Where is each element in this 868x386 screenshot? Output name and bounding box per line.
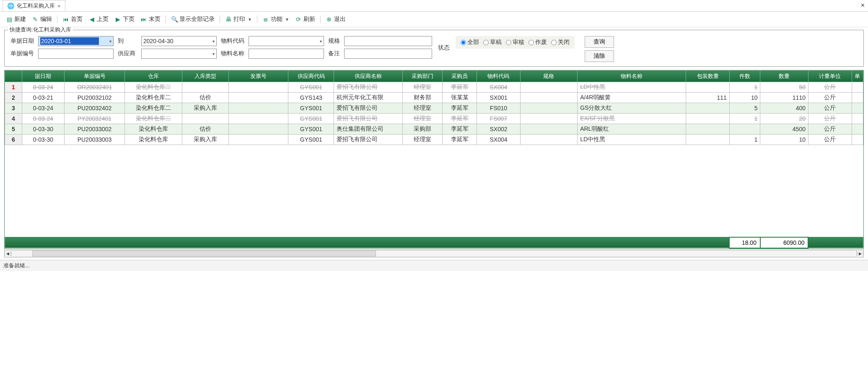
- grid-cell[interactable]: 张某某: [443, 93, 477, 103]
- grid-cell[interactable]: 奥仕集团有限公司: [334, 124, 403, 135]
- show-all-button[interactable]: 🔍显示全部记录: [168, 14, 217, 24]
- grid-cell[interactable]: [520, 124, 577, 135]
- grid-cell[interactable]: FS007: [477, 114, 521, 124]
- grid-header-cell[interactable]: 物料名称: [578, 71, 686, 82]
- grid-cell[interactable]: EX/SF分散黑: [578, 114, 686, 124]
- grid-header-cell[interactable]: 件数: [729, 71, 760, 82]
- table-row[interactable]: 50-03-30PU20033002染化料仓库估价GYS001奥仕集团有限公司采…: [5, 124, 863, 135]
- grid-cell[interactable]: 爱招飞有限公司: [334, 103, 403, 114]
- grid-cell[interactable]: [229, 124, 288, 135]
- grid-cell[interactable]: SX002: [477, 124, 521, 135]
- prev-page-button[interactable]: ◀上页: [86, 14, 111, 24]
- grid-cell[interactable]: 爱招飞有限公司: [334, 82, 403, 93]
- row-number[interactable]: 6: [5, 135, 22, 145]
- exit-button[interactable]: ⊗退出: [323, 14, 348, 24]
- grid-cell[interactable]: 0-03-21: [22, 93, 64, 103]
- radio-draft[interactable]: 草稿: [483, 39, 502, 46]
- grid-cell[interactable]: 采购部: [402, 124, 442, 135]
- grid-cell[interactable]: [229, 93, 288, 103]
- grid-cell[interactable]: 1: [729, 114, 760, 124]
- grid-header-cell[interactable]: 采购部门: [402, 71, 442, 82]
- grid-cell[interactable]: [182, 82, 229, 93]
- mat-name-input[interactable]: [249, 49, 324, 59]
- grid-cell[interactable]: 染化料仓库二: [125, 114, 182, 124]
- grid-cell[interactable]: GYS001: [288, 103, 334, 114]
- scroll-right-icon[interactable]: ►: [857, 251, 863, 256]
- grid-cell[interactable]: PU20033003: [64, 135, 125, 145]
- grid-cell[interactable]: 0-03-24: [22, 82, 64, 93]
- grid-cell[interactable]: 4500: [760, 124, 808, 135]
- grid-cell[interactable]: PU20032102: [64, 93, 125, 103]
- grid-cell[interactable]: 111: [686, 93, 730, 103]
- grid-cell[interactable]: 爱招飞有限公司: [334, 135, 403, 145]
- last-page-button[interactable]: ⏭末页: [138, 14, 163, 24]
- date-from-value[interactable]: [40, 37, 99, 45]
- scroll-track[interactable]: [11, 250, 857, 257]
- date-from-input[interactable]: ▾: [38, 36, 114, 46]
- grid-cell[interactable]: GYS001: [288, 124, 334, 135]
- grid-cell[interactable]: 0-03-30: [22, 124, 64, 135]
- grid-header-cell[interactable]: 采购员: [443, 71, 477, 82]
- grid-cell[interactable]: PU20032402: [64, 103, 125, 114]
- grid-cell[interactable]: [182, 114, 229, 124]
- grid-cell[interactable]: PY20032401: [64, 114, 125, 124]
- grid-cell[interactable]: 公斤: [808, 124, 852, 135]
- grid-cell[interactable]: LD中性黑: [578, 135, 686, 145]
- grid-cell[interactable]: 20: [760, 114, 808, 124]
- grid-cell[interactable]: SX001: [477, 93, 521, 103]
- supplier-input[interactable]: ▾: [141, 49, 217, 59]
- table-row[interactable]: 30-03-24PU20032402染化料仓库二采购入库GYS001爱招飞有限公…: [5, 103, 863, 114]
- scroll-left-icon[interactable]: ◄: [5, 251, 11, 256]
- grid-cell[interactable]: 400: [760, 103, 808, 114]
- radio-all[interactable]: 全部: [461, 39, 479, 46]
- scroll-thumb[interactable]: [32, 251, 376, 256]
- grid-cell[interactable]: 染化料仓库二: [125, 82, 182, 93]
- grid-cell[interactable]: [520, 114, 577, 124]
- function-button[interactable]: ≣功能▼: [260, 14, 292, 24]
- print-button[interactable]: 🖶打印▼: [223, 14, 254, 24]
- grid-cell[interactable]: GS分散大红: [578, 103, 686, 114]
- grid-header-cell[interactable]: 单据编号: [64, 71, 125, 82]
- window-close-icon[interactable]: ×: [861, 2, 865, 9]
- radio-audit[interactable]: 审核: [506, 39, 524, 46]
- grid-cell[interactable]: GYS001: [288, 135, 334, 145]
- row-number[interactable]: 4: [5, 114, 22, 124]
- grid-cell[interactable]: 经理室: [402, 135, 442, 145]
- grid-header-cell[interactable]: 入库类型: [182, 71, 229, 82]
- grid-header-cell[interactable]: 仓库: [125, 71, 182, 82]
- grid-cell[interactable]: PU20033002: [64, 124, 125, 135]
- tab-active[interactable]: 🌐 化工料采购入库 ×: [3, 0, 65, 11]
- grid-cell[interactable]: [686, 82, 730, 93]
- grid-cell[interactable]: [520, 82, 577, 93]
- grid-cell[interactable]: 公斤: [808, 82, 852, 93]
- grid-cell[interactable]: [686, 135, 730, 145]
- grid-cell[interactable]: LD中性黑: [578, 82, 686, 93]
- edit-button[interactable]: ✎编辑: [29, 14, 54, 24]
- table-row[interactable]: 60-03-30PU20033003染化料仓库采购入库GYS001爱招飞有限公司…: [5, 135, 863, 145]
- radio-void[interactable]: 作废: [529, 39, 547, 46]
- new-button[interactable]: ▤新建: [3, 14, 29, 24]
- grid-cell[interactable]: 10: [729, 93, 760, 103]
- grid-cell[interactable]: 采购入库: [182, 103, 229, 114]
- grid-cell[interactable]: 1110: [760, 93, 808, 103]
- grid-cell[interactable]: 经理室: [402, 82, 442, 93]
- grid-header-cell[interactable]: 供应商名称: [334, 71, 403, 82]
- grid-cell[interactable]: 李延军: [443, 82, 477, 93]
- grid-cell[interactable]: FS010: [477, 103, 521, 114]
- tab-close-icon[interactable]: ×: [57, 3, 61, 9]
- grid-cell[interactable]: [520, 93, 577, 103]
- doc-no-input[interactable]: [38, 49, 114, 59]
- grid-cell[interactable]: 采购入库: [182, 135, 229, 145]
- grid-cell[interactable]: 50: [760, 82, 808, 93]
- row-number[interactable]: 5: [5, 124, 22, 135]
- grid-cell[interactable]: 染化料仓库: [125, 124, 182, 135]
- query-button[interactable]: 查询: [585, 36, 614, 48]
- grid-header-cell[interactable]: 计量单位: [808, 71, 852, 82]
- grid-cell[interactable]: [686, 114, 730, 124]
- grid-cell[interactable]: [229, 82, 288, 93]
- next-page-button[interactable]: ▶下页: [112, 14, 137, 24]
- radio-close[interactable]: 关闭: [551, 39, 570, 46]
- row-number[interactable]: 2: [5, 93, 22, 103]
- grid-header-cell[interactable]: 规格: [520, 71, 577, 82]
- grid-cell[interactable]: [229, 114, 288, 124]
